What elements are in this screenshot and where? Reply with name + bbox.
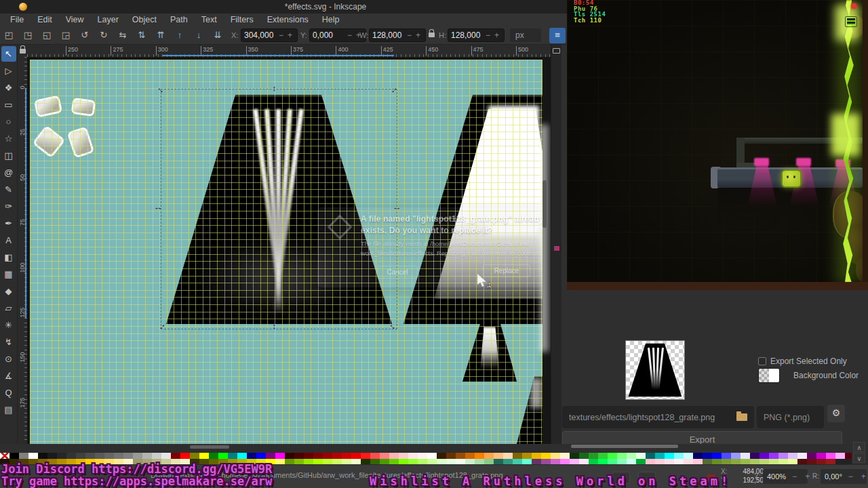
lower-to-bottom-button[interactable]: ⇊	[212, 28, 224, 41]
h-field[interactable]: 128,000 − +	[448, 28, 505, 42]
palette-swatch[interactable]	[304, 453, 313, 459]
palette-swatch[interactable]	[541, 453, 551, 459]
vertical-ruler[interactable]: 0255075100125150175	[18, 57, 27, 444]
palette-swatch[interactable]	[693, 459, 703, 465]
palette-swatch[interactable]	[617, 453, 627, 459]
palette-swatch[interactable]	[674, 459, 684, 465]
palette-swatch[interactable]	[218, 453, 228, 459]
palette-swatch[interactable]	[399, 453, 408, 459]
scale-handle-w[interactable]: ↔	[153, 203, 163, 212]
palette-swatch[interactable]	[351, 459, 361, 465]
palette-swatch[interactable]	[816, 459, 826, 465]
scale-handle-s[interactable]: ↔	[271, 322, 280, 331]
palette-swatch[interactable]	[456, 453, 465, 459]
palette-swatch[interactable]	[313, 459, 323, 465]
color-managed-chip[interactable]	[553, 245, 560, 251]
palette-swatch[interactable]	[655, 453, 665, 459]
rotate-ccw-button[interactable]: ↺	[79, 28, 91, 41]
palette-swatch[interactable]	[256, 453, 266, 459]
y-field[interactable]: 0,000 − +	[309, 28, 366, 42]
palette-swatch[interactable]	[171, 453, 180, 459]
palette-swatch[interactable]	[636, 453, 646, 459]
palette-swatch[interactable]	[522, 453, 532, 459]
palette-swatch[interactable]	[684, 459, 693, 465]
palette-swatch[interactable]	[465, 459, 475, 465]
horizontal-ruler[interactable]: 250275300325350375400425450475500	[27, 45, 551, 57]
x-minus-button[interactable]: −	[277, 30, 285, 40]
palette-swatch[interactable]	[275, 459, 285, 465]
zoom-spinbox[interactable]: 400% − +	[763, 469, 808, 484]
palette-swatch[interactable]	[807, 459, 816, 465]
tool-pencil[interactable]: ✎	[1, 182, 16, 197]
palette-swatch[interactable]	[636, 459, 646, 465]
palette-swatch[interactable]	[380, 453, 389, 459]
palette-swatch[interactable]	[579, 459, 589, 465]
palette-swatch[interactable]	[47, 453, 57, 459]
palette-swatch[interactable]	[741, 459, 750, 465]
palette-swatch[interactable]	[418, 459, 427, 465]
palette-swatch[interactable]	[598, 453, 608, 459]
palette-swatch[interactable]	[532, 459, 541, 465]
palette-swatch[interactable]	[646, 459, 655, 465]
palette-swatch[interactable]	[57, 453, 66, 459]
horizontal-scrollbar[interactable]	[190, 445, 229, 449]
palette-swatch[interactable]	[361, 459, 370, 465]
palette-swatch[interactable]	[778, 459, 788, 465]
palette-swatch[interactable]	[351, 453, 361, 459]
selection-box-button[interactable]: ◲	[60, 28, 72, 41]
palette-swatch[interactable]	[475, 453, 484, 459]
palette-swatch[interactable]	[494, 453, 503, 459]
palette-swatch[interactable]	[437, 459, 446, 465]
palette-swatch[interactable]	[285, 459, 294, 465]
palette-swatch[interactable]	[247, 453, 256, 459]
palette-swatch[interactable]	[95, 453, 104, 459]
palette-swatch[interactable]	[627, 453, 636, 459]
export-settings-button[interactable]: ⚙	[827, 405, 845, 422]
export-format-select[interactable]: PNG (*.png)	[757, 406, 824, 428]
palette-swatch[interactable]	[788, 453, 797, 459]
flip-vertical-button[interactable]: ⇅	[136, 28, 148, 41]
rotation-value[interactable]: 0,00°	[825, 472, 842, 481]
x-value[interactable]: 304,000	[244, 30, 277, 40]
menu-text[interactable]: Text	[195, 14, 223, 25]
palette-swatch[interactable]	[76, 453, 85, 459]
palette-swatch[interactable]	[816, 453, 826, 459]
palette-swatch[interactable]	[731, 459, 741, 465]
palette-swatch[interactable]	[370, 453, 380, 459]
export-selected-only-checkbox[interactable]	[758, 357, 766, 365]
tool-node-editor[interactable]: ▷	[1, 63, 16, 79]
palette-swatch[interactable]	[332, 453, 342, 459]
palette-swatch[interactable]	[722, 459, 731, 465]
palette-swatch[interactable]	[342, 453, 351, 459]
palette-swatch[interactable]	[304, 459, 313, 465]
palette-swatch[interactable]	[797, 453, 807, 459]
palette-swatch[interactable]	[38, 453, 47, 459]
rotation-plus[interactable]: +	[859, 472, 868, 481]
palette-swatch[interactable]	[674, 453, 684, 459]
tool-box-3d[interactable]: ◫	[1, 148, 16, 163]
palette-swatch[interactable]	[465, 453, 475, 459]
palette-swatch[interactable]	[66, 453, 76, 459]
tool-pen[interactable]: ✒	[1, 216, 16, 231]
palette-swatch[interactable]	[731, 453, 741, 459]
palette-swatch[interactable]	[797, 459, 807, 465]
menu-extensions[interactable]: Extensions	[261, 14, 315, 25]
palette-swatch[interactable]	[332, 459, 342, 465]
palette-swatch[interactable]	[788, 459, 797, 465]
y-value[interactable]: 0,000	[313, 30, 345, 40]
palette-swatch[interactable]	[513, 459, 522, 465]
palette-swatch[interactable]	[579, 453, 589, 459]
palette-swatch[interactable]	[769, 459, 778, 465]
w-minus-button[interactable]: −	[405, 30, 414, 40]
menu-edit[interactable]: Edit	[31, 14, 58, 25]
tool-paint-bucket[interactable]: ◆	[1, 283, 16, 299]
palette-swatch[interactable]	[285, 453, 294, 459]
lightspot-small-shape[interactable]	[462, 324, 517, 382]
palette-swatch[interactable]	[408, 453, 418, 459]
palette-swatch[interactable]	[389, 459, 399, 465]
palette-swatch[interactable]	[703, 453, 712, 459]
raise-button[interactable]: ↑	[174, 28, 186, 41]
raise-to-top-button[interactable]: ⇈	[155, 28, 167, 41]
stone-sprite[interactable]	[34, 95, 63, 117]
palette-swatch[interactable]	[370, 459, 380, 465]
